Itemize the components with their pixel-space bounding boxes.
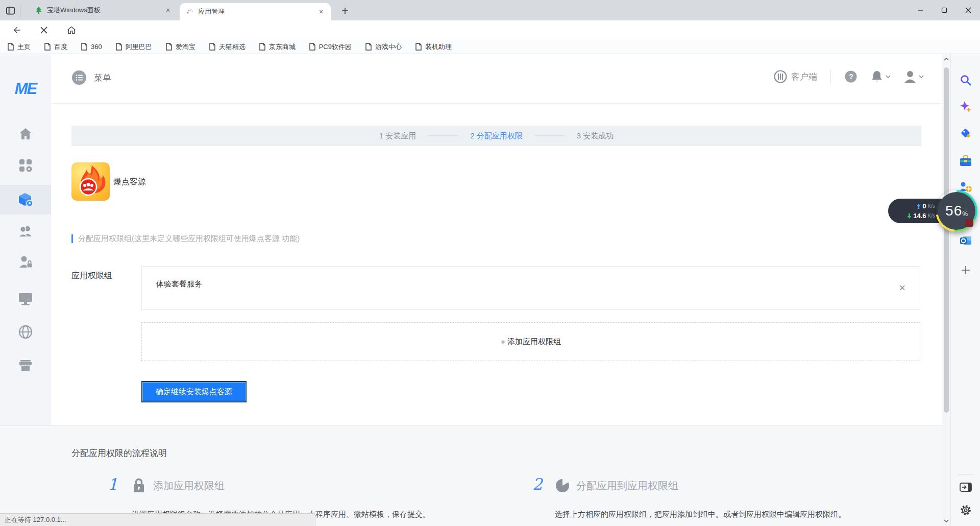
page-scrollbar[interactable] (942, 54, 950, 526)
sidebar-copilot-button[interactable] (951, 97, 980, 117)
bookmark-label: PC9软件园 (319, 42, 352, 52)
tab-title: 宝塔Windows面板 (47, 6, 159, 15)
scrollbar-thumb[interactable] (944, 67, 949, 413)
sidebar-item-modules-active[interactable] (0, 185, 51, 214)
upload-unit: K/s (928, 203, 935, 209)
maximize-icon (941, 7, 947, 13)
new-tab-button[interactable] (339, 5, 351, 17)
resource-percent-gauge[interactable]: 56 % (936, 190, 977, 232)
sidebar-divider (957, 474, 974, 474)
tab-title: 应用管理 (198, 7, 312, 16)
tab-close-icon[interactable]: × (163, 6, 173, 15)
sidebar-item-home[interactable] (0, 121, 51, 147)
bookmark-item[interactable]: 装机助理 (415, 42, 452, 52)
tab-actions-button[interactable] (6, 4, 20, 17)
bell-icon (871, 70, 883, 83)
help-button[interactable]: ? (844, 70, 857, 83)
pie-chart-icon (555, 478, 570, 493)
sidebar-item-domains[interactable] (0, 319, 51, 345)
bookmarks-bar: 主页 百度 360 阿里巴巴 爱淘宝 天猫精选 京东商城 PC9软件园 游戏中心… (0, 40, 980, 54)
client-sliders-icon (774, 70, 787, 83)
tab-close-icon[interactable]: × (316, 7, 326, 16)
notifications-button[interactable] (871, 70, 891, 83)
loading-spinner-icon (186, 8, 194, 16)
step-install-app: 1 安装应用 (379, 131, 416, 141)
remove-group-icon[interactable]: × (899, 282, 905, 294)
open-panel-icon (960, 483, 972, 492)
globe-icon (18, 325, 33, 339)
bookmark-item[interactable]: 百度 (44, 42, 67, 52)
step-install-success: 3 安装成功 (577, 131, 614, 141)
add-group-button[interactable]: + 添加应用权限组 (141, 322, 920, 361)
bookmark-item[interactable]: 阿里巴巴 (115, 42, 152, 52)
bookmark-label: 京东商城 (269, 42, 296, 52)
sidebar-shopping-button[interactable] (951, 123, 980, 144)
home-icon (66, 25, 77, 35)
step-connector (535, 135, 565, 136)
perm-group-label: 应用权限组 (71, 271, 112, 281)
sidebar-settings-button[interactable] (951, 500, 980, 520)
page-icon (81, 43, 88, 51)
download-unit: K/s (928, 213, 935, 219)
guide-step-desc: 选择上方相应的应用权限组，把应用添加到组中。或者到应用权限中编辑应用权限组。 (555, 510, 846, 519)
bookmark-item[interactable]: 天猫精选 (209, 42, 246, 52)
sidebar-tools-button[interactable] (951, 151, 980, 171)
sidebar-item-sites[interactable] (0, 285, 51, 312)
bookmark-label: 阿里巴巴 (126, 42, 152, 52)
lock-icon (132, 478, 146, 493)
apps-grid-gear-icon (19, 159, 32, 172)
perm-group-value: 体验套餐服务 (156, 279, 202, 289)
bookmark-label: 天猫精选 (219, 42, 246, 52)
sidebar-add-button[interactable] (951, 260, 980, 280)
user-menu-button[interactable] (904, 70, 924, 83)
confirm-install-button[interactable]: 确定继续安装爆点客源 (141, 381, 247, 402)
search-icon (960, 74, 972, 86)
guide-title: 分配应用权限的流程说明 (71, 447, 167, 459)
sidebar-panel-toggle-button[interactable] (951, 477, 980, 497)
sidebar-item-apps[interactable] (0, 152, 51, 179)
store-icon (18, 360, 33, 372)
browser-status-text: 正在等待 127.0.0.1... (0, 513, 315, 526)
menu-button[interactable]: 菜单 (71, 70, 111, 85)
close-icon (965, 7, 971, 13)
page-icon (209, 43, 216, 51)
window-controls (908, 0, 980, 20)
sidebar-item-store[interactable] (0, 352, 51, 379)
bookmark-item[interactable]: 游戏中心 (365, 42, 402, 52)
tab-baota-panel[interactable]: 宝塔Windows面板 × (29, 0, 178, 20)
minimize-button[interactable] (908, 0, 932, 20)
bookmark-item[interactable]: 爱淘宝 (165, 42, 195, 52)
copilot-sparkle-icon (960, 101, 972, 113)
tab-app-manage[interactable]: 应用管理 × (180, 3, 331, 20)
guide-section: 分配应用权限的流程说明 1 添加应用权限组 设置应用权限组名称，选择需要添加的公… (0, 425, 942, 526)
home-button[interactable] (63, 22, 80, 38)
bookmark-item[interactable]: 京东商城 (259, 42, 296, 52)
close-window-button[interactable] (956, 0, 980, 20)
scroll-down-icon[interactable] (942, 517, 950, 525)
shopping-tag-icon (960, 127, 972, 139)
page-icon (365, 43, 372, 51)
percent-sign: % (962, 210, 968, 218)
sidebar-search-button[interactable] (951, 70, 980, 90)
stop-loading-button[interactable] (36, 22, 52, 38)
bookmark-item[interactable]: 主页 (7, 42, 31, 52)
sidebar-outlook-button[interactable] (951, 230, 980, 251)
page-icon (115, 43, 122, 51)
module-app-icon (71, 162, 110, 201)
perm-group-box[interactable]: 体验套餐服务 × (141, 266, 920, 310)
scroll-up-icon[interactable] (942, 55, 950, 63)
bookmark-item[interactable]: PC9软件园 (309, 42, 352, 52)
app-logo[interactable]: ME (0, 80, 51, 98)
home-icon (18, 127, 33, 140)
bookmark-item[interactable]: 360 (81, 43, 102, 51)
back-button[interactable] (8, 22, 24, 38)
edge-sidebar (950, 54, 980, 526)
sidebar-item-user-permissions[interactable] (0, 249, 51, 275)
maximize-button[interactable] (932, 0, 956, 20)
bookmark-label: 装机助理 (425, 42, 452, 52)
section-caption: 分配应用权限组(这里来定义哪些应用权限组可使用爆点客源 功能) (71, 234, 300, 244)
percent-value: 56 (945, 203, 962, 219)
page-icon (309, 43, 316, 51)
client-button[interactable]: 客户端 (774, 70, 817, 83)
sidebar-item-users[interactable] (0, 218, 51, 245)
